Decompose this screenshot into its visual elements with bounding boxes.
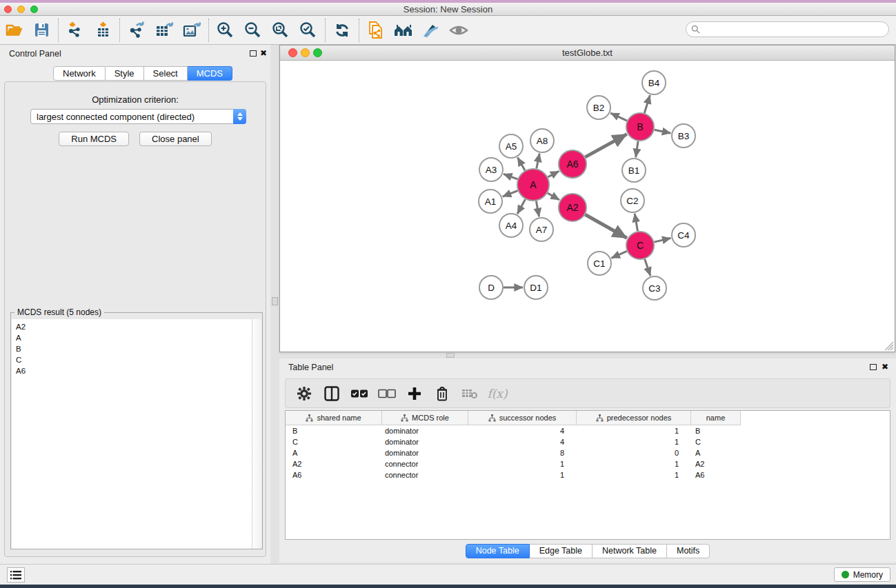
network-node-b4[interactable]: B4 xyxy=(642,71,666,94)
cell-shared-name[interactable]: A6 xyxy=(286,469,382,480)
float-table-panel-icon[interactable] xyxy=(870,364,877,370)
result-item-a2[interactable]: A2 xyxy=(16,321,252,332)
delete-columns-icon[interactable] xyxy=(430,382,454,405)
edge-B-B3[interactable] xyxy=(655,130,671,133)
import-table-icon[interactable] xyxy=(89,18,117,43)
cell-name[interactable]: C xyxy=(691,436,741,447)
network-node-c[interactable]: C xyxy=(626,232,654,259)
network-node-d1[interactable]: D1 xyxy=(524,276,548,299)
float-panel-icon[interactable] xyxy=(250,50,257,57)
cell-predecessor-nodes[interactable]: 1 xyxy=(577,425,691,436)
hide-selected-icon[interactable] xyxy=(417,18,445,43)
close-panel-icon[interactable]: ✖ xyxy=(260,48,267,58)
function-builder-icon[interactable]: f(x) xyxy=(486,382,509,405)
delete-table-icon[interactable] xyxy=(458,382,481,405)
export-table-icon[interactable] xyxy=(150,18,178,43)
network-node-b2[interactable]: B2 xyxy=(587,96,610,119)
search-input[interactable] xyxy=(703,25,888,34)
first-neighbors-icon[interactable] xyxy=(390,18,417,43)
import-network-icon[interactable] xyxy=(61,18,89,43)
network-node-a1[interactable]: A1 xyxy=(479,190,502,213)
cell-successor-nodes[interactable]: 4 xyxy=(468,425,577,436)
export-network-icon[interactable] xyxy=(123,18,150,43)
criterion-select[interactable]: largest connected component (directed) xyxy=(30,109,246,124)
network-node-c2[interactable]: C2 xyxy=(621,189,644,212)
result-item-a6[interactable]: A6 xyxy=(16,365,252,376)
zoom-fit-icon[interactable] xyxy=(267,18,295,43)
edge-C-C2[interactable] xyxy=(635,214,637,232)
network-node-d[interactable]: D xyxy=(479,276,503,299)
result-item-b[interactable]: B xyxy=(16,343,252,354)
result-item-a[interactable]: A xyxy=(16,332,252,343)
network-node-a2[interactable]: A2 xyxy=(559,194,586,221)
cell-predecessor-nodes[interactable]: 1 xyxy=(577,436,691,447)
run-mcds-button[interactable]: Run MCDS xyxy=(59,132,129,146)
new-network-from-selection-icon[interactable] xyxy=(362,18,390,43)
close-panel-button[interactable]: Close panel xyxy=(139,132,212,146)
network-node-a8[interactable]: A8 xyxy=(530,129,554,152)
edge-A-A6[interactable] xyxy=(548,171,559,177)
zoom-selected-icon[interactable] xyxy=(295,18,322,43)
cell-predecessor-nodes[interactable]: 1 xyxy=(577,469,691,480)
unselect-all-columns-icon[interactable] xyxy=(375,382,399,405)
cell-shared-name[interactable]: A xyxy=(286,447,382,458)
table-row[interactable]: Cdominator41C xyxy=(286,436,890,447)
cell-predecessor-nodes[interactable]: 0 xyxy=(577,447,691,458)
search-field[interactable] xyxy=(686,21,889,37)
zoom-out-icon[interactable] xyxy=(239,18,267,43)
table-row[interactable]: A6connector11A6 xyxy=(286,469,890,480)
show-all-icon[interactable] xyxy=(445,18,472,43)
network-node-a7[interactable]: A7 xyxy=(530,218,553,241)
network-node-b[interactable]: B xyxy=(626,113,654,141)
cell-mcds-role[interactable]: dominator xyxy=(382,447,468,458)
open-session-icon[interactable] xyxy=(0,18,28,43)
edge-A-A1[interactable] xyxy=(503,191,518,196)
edge-B-B1[interactable] xyxy=(636,141,638,157)
network-node-b1[interactable]: B1 xyxy=(622,159,646,182)
cell-predecessor-nodes[interactable]: 1 xyxy=(577,458,691,469)
column-header-successor-nodes[interactable]: successor nodes xyxy=(468,411,577,425)
edge-C-C1[interactable] xyxy=(611,251,626,258)
table-row[interactable]: A2connector11A2 xyxy=(286,458,890,469)
show-column-icon[interactable] xyxy=(320,382,344,405)
tab-network[interactable]: Network xyxy=(53,66,106,81)
zoom-in-icon[interactable] xyxy=(212,18,239,43)
cell-mcds-role[interactable]: connector xyxy=(382,469,468,480)
export-image-icon[interactable] xyxy=(178,18,206,43)
task-history-button[interactable] xyxy=(7,567,25,582)
cell-mcds-role[interactable]: dominator xyxy=(382,436,468,447)
table-row[interactable]: Bdominator41B xyxy=(286,425,890,436)
save-session-icon[interactable] xyxy=(28,18,55,43)
column-header-shared-name[interactable]: shared name xyxy=(286,411,382,425)
edge-C-C4[interactable] xyxy=(654,238,670,242)
edge-A6-B[interactable] xyxy=(585,134,626,157)
cell-shared-name[interactable]: B xyxy=(286,425,382,436)
edge-A-A2[interactable] xyxy=(548,193,559,200)
edge-A-A8[interactable] xyxy=(537,154,539,169)
cell-successor-nodes[interactable]: 8 xyxy=(468,447,577,458)
network-node-a4[interactable]: A4 xyxy=(499,214,523,237)
network-window-titlebar[interactable]: testGlobe.txt xyxy=(280,45,895,61)
resize-grip-icon[interactable] xyxy=(885,342,894,351)
cell-mcds-role[interactable]: connector xyxy=(382,458,468,469)
edge-C-C3[interactable] xyxy=(645,259,650,276)
tab-style[interactable]: Style xyxy=(106,66,144,81)
edge-A-A5[interactable] xyxy=(517,157,525,170)
tab-edge-table[interactable]: Edge Table xyxy=(530,544,593,558)
table-options-gear-icon[interactable] xyxy=(292,382,316,405)
network-node-a6[interactable]: A6 xyxy=(559,150,586,178)
add-column-icon[interactable] xyxy=(403,382,426,405)
edge-B-B4[interactable] xyxy=(644,95,650,113)
edge-B-B2[interactable] xyxy=(610,113,627,121)
result-list-scrollbar[interactable] xyxy=(252,319,261,549)
cell-name[interactable]: A xyxy=(691,447,741,458)
result-item-c[interactable]: C xyxy=(16,354,252,365)
vertical-splitter-handle[interactable] xyxy=(272,297,278,305)
network-node-c3[interactable]: C3 xyxy=(643,276,666,300)
cell-mcds-role[interactable]: dominator xyxy=(382,425,468,436)
tab-node-table[interactable]: Node Table xyxy=(466,544,530,558)
column-header-mcds-role[interactable]: MCDS role xyxy=(382,411,468,425)
cell-shared-name[interactable]: A2 xyxy=(286,458,382,469)
cell-shared-name[interactable]: C xyxy=(286,436,382,447)
column-header-name[interactable]: name xyxy=(691,411,741,425)
